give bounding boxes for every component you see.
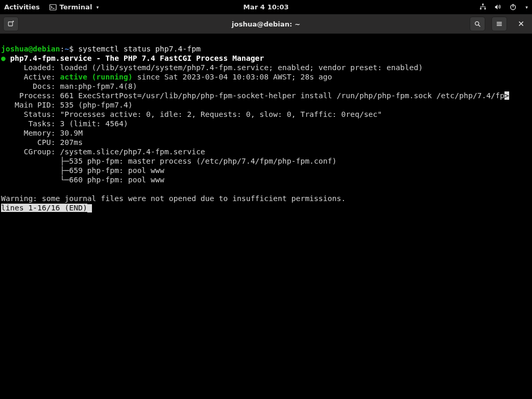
prompt-dollar: $ (69, 45, 78, 53)
svg-rect-1 (483, 4, 484, 5)
svg-rect-10 (8, 22, 12, 26)
network-icon[interactable] (479, 3, 487, 11)
hamburger-icon (496, 20, 503, 28)
window-titlebar: joshua@debian: ~ ✕ (0, 14, 532, 34)
entered-command: systemctl status php7.4-fpm (78, 45, 201, 53)
gnome-top-bar: Activities Terminal ▾ Mar 4 10:03 ▾ (0, 0, 532, 14)
statusln-line: Status: "Processes active: 0, idle: 2, R… (1, 110, 382, 118)
clock[interactable]: Mar 4 10:03 (243, 3, 289, 11)
cursor (87, 204, 92, 212)
power-icon[interactable] (509, 3, 517, 11)
window-title: joshua@debian: ~ (232, 20, 300, 28)
cgroup-line: CGroup: /system.slice/php7.4-fpm.service (1, 148, 205, 156)
chevron-down-icon: ▾ (96, 5, 99, 10)
process-line: Process: 661 ExecStartPost=/usr/lib/php/… (1, 91, 504, 100)
line-wrap-indicator: > (504, 91, 509, 100)
svg-rect-5 (481, 7, 485, 7)
svg-rect-2 (480, 8, 482, 9)
hamburger-menu-button[interactable] (491, 17, 507, 31)
prompt-user-host: joshua@debian (1, 45, 60, 53)
cgroup-tree-2: ├─659 php-fpm: pool www (1, 166, 164, 175)
cgroup-tree-1: ├─535 php-fpm: master process (/etc/php/… (1, 157, 337, 165)
cpu-line: CPU: 207ms (1, 138, 83, 147)
svg-rect-0 (49, 4, 56, 10)
new-tab-icon (7, 20, 15, 28)
journal-warning: Warning: some journal files were not ope… (1, 194, 345, 203)
terminal-icon (49, 4, 57, 11)
active-since: since Sat 2023-03-04 10:03:08 AWST; 28s … (132, 73, 332, 81)
mainpid-line: Main PID: 535 (php-fpm7.4) (1, 101, 132, 109)
svg-rect-6 (481, 7, 481, 8)
svg-rect-7 (485, 7, 486, 8)
search-icon (474, 20, 481, 28)
active-value: active (running) (60, 73, 133, 81)
search-button[interactable] (470, 17, 485, 31)
svg-rect-4 (483, 5, 484, 7)
loaded-line: Loaded: loaded (/lib/systemd/system/php7… (1, 63, 423, 72)
close-icon: ✕ (518, 19, 525, 29)
unit-line: php7.4-fpm.service - The PHP 7.4 FastCGI… (6, 54, 264, 62)
svg-rect-3 (485, 8, 486, 9)
tasks-line: Tasks: 3 (limit: 4564) (1, 119, 128, 128)
cgroup-tree-3: └─660 php-fpm: pool www (1, 176, 164, 184)
close-button[interactable]: ✕ (513, 17, 529, 31)
new-tab-button[interactable] (3, 17, 19, 31)
active-label: Active: (1, 73, 60, 81)
memory-line: Memory: 30.9M (1, 129, 83, 137)
app-menu[interactable]: Terminal ▾ (49, 3, 99, 11)
svg-line-12 (478, 25, 480, 26)
status-bullet: ● (1, 54, 6, 62)
docs-line: Docs: man:php-fpm7.4(8) (1, 82, 137, 90)
prompt-sep: : (60, 45, 65, 53)
terminal-output[interactable]: joshua@debian:~$ systemctl status php7.4… (0, 34, 532, 399)
volume-icon[interactable] (494, 3, 502, 11)
pager-position: lines 1-16/16 (END) (1, 204, 87, 212)
prompt-path: ~ (64, 45, 69, 53)
app-menu-label: Terminal (60, 3, 92, 11)
chevron-down-icon[interactable]: ▾ (525, 5, 528, 10)
activities-button[interactable]: Activities (4, 3, 40, 11)
